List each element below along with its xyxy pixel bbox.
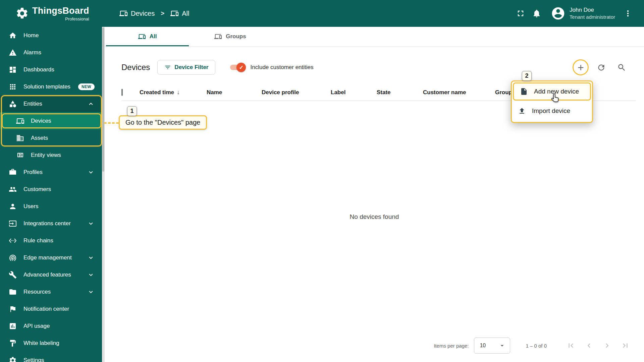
chevron-down-icon [87,220,95,227]
solution-templates-icon [9,83,17,91]
header-actions: John Doe Tenant administrator [513,5,644,21]
users-icon [9,202,17,210]
devices-icon [138,33,146,40]
device-filter-button[interactable]: Device Filter [157,60,215,75]
sidebar-item-customers[interactable]: Customers [0,181,105,198]
sidebar-item-edge-management[interactable]: Edge management [0,249,105,266]
user-role: Tenant administrator [570,14,615,20]
sidebar-item-profiles[interactable]: Profiles [0,164,105,181]
sidebar-item-users[interactable]: Users [0,198,105,215]
sidebar-scrollbar-thumb[interactable] [102,27,104,172]
notifications-button[interactable] [529,5,545,21]
notifications-icon [532,9,541,18]
sidebar-item-alarms[interactable]: Alarms [0,44,105,61]
thingsboard-logo-icon [15,7,29,20]
sidebar-item-devices[interactable]: Devices [0,112,105,129]
page-title: Devices [121,63,150,72]
user-avatar[interactable] [550,5,566,21]
fullscreen-button[interactable] [513,5,529,21]
brand-logo: ThingsBoard Professional [0,6,105,21]
sidebar-item-white-labeling[interactable]: White labeling [0,335,105,352]
refresh-button[interactable] [593,59,609,75]
new-badge: NEW [78,83,95,90]
include-customer-entities-toggle[interactable]: Include customer entities [230,63,313,72]
column-label: Label [331,89,345,96]
sidebar-item-label: Devices [31,118,95,124]
sidebar-item-label: Notification center [23,306,95,312]
sidebar-item-label: API usage [23,323,95,329]
column-device-profile[interactable]: Device profile [262,89,331,96]
devices-icon [119,9,127,17]
column-state[interactable]: State [377,89,423,96]
sidebar-item-resources[interactable]: Resources [0,283,105,300]
last-page-icon [621,341,630,350]
sidebar-item-entities[interactable]: Entities [0,95,105,112]
customers-icon [9,185,17,193]
more-vert-icon [623,9,633,18]
sidebar-item-dashboards[interactable]: Dashboards [0,61,105,78]
next-page-button[interactable] [602,340,612,351]
column-label: Device profile [262,89,299,96]
first-page-button[interactable] [566,340,576,351]
sidebar: Home Alarms Dashboards Solution template… [0,27,105,362]
sidebar-item-home[interactable]: Home [0,27,105,44]
devices-icon [214,33,222,40]
column-created-time[interactable]: Created time [140,89,207,96]
dropdown-arrow-icon [498,342,506,349]
avatar-icon [551,6,566,21]
sidebar-item-label: Entities [23,101,80,107]
select-all-checkbox[interactable] [121,89,123,96]
breadcrumb-devices[interactable]: Devices [119,9,155,17]
api-usage-icon [9,322,17,330]
sidebar-scrollbar[interactable] [102,27,105,362]
devices-icon [16,117,24,125]
sidebar-item-assets[interactable]: Assets [0,129,105,146]
tab-all[interactable]: All [106,27,189,46]
page-size-select[interactable]: 10 [474,338,510,354]
home-icon [9,32,17,40]
sidebar-item-label: Rule chains [23,237,95,244]
devices-icon [170,9,178,17]
page-size-value: 10 [480,343,486,349]
add-entity-button[interactable] [573,59,589,75]
sidebar-item-solution-templates[interactable]: Solution templates NEW [0,78,105,95]
toggle-switch[interactable] [230,63,245,72]
tab-label: Groups [226,33,246,40]
breadcrumb-all[interactable]: All [170,9,189,17]
sidebar-item-api-usage[interactable]: API usage [0,317,105,335]
last-page-button[interactable] [620,340,631,351]
sort-desc-icon[interactable] [177,89,180,96]
sidebar-item-settings[interactable]: Settings [0,352,105,362]
table-actions [573,59,630,75]
entities-icon [9,100,17,108]
user-name: John Doe [570,6,615,14]
menu-item-import-device[interactable]: Import device [512,102,592,120]
sidebar-item-entity-views[interactable]: Entity views [0,146,105,164]
refresh-icon [597,63,606,72]
hand-cursor-icon [549,93,561,104]
brand-name: ThingsBoard [32,6,89,16]
menu-item-label: Import device [532,107,570,115]
sidebar-item-label: Users [23,203,95,210]
header-more-button[interactable] [620,5,636,21]
previous-page-icon [585,341,593,350]
edge-management-icon [9,254,17,262]
sidebar-item-rule-chains[interactable]: Rule chains [0,232,105,249]
sidebar-item-notification-center[interactable]: Notification center [0,300,105,317]
sidebar-item-integrations-center[interactable]: Integrations center [0,215,105,232]
sidebar-item-label: Customers [23,186,95,193]
column-name[interactable]: Name [207,89,262,96]
sidebar-item-advanced-features[interactable]: Advanced features [0,266,105,283]
sidebar-item-label: Entity views [31,152,95,159]
sidebar-item-label: Edge management [23,254,80,261]
next-page-icon [603,341,611,350]
tab-groups[interactable]: Groups [189,27,272,46]
search-button[interactable] [613,59,630,75]
chevron-down-icon [87,288,95,296]
tutorial-step-1-badge: 1 [127,106,137,116]
previous-page-button[interactable] [584,340,594,351]
column-label[interactable]: Label [331,89,377,96]
entity-views-icon [16,151,24,159]
rule-chains-icon [9,237,17,245]
column-customer-name[interactable]: Customer name [423,89,495,96]
